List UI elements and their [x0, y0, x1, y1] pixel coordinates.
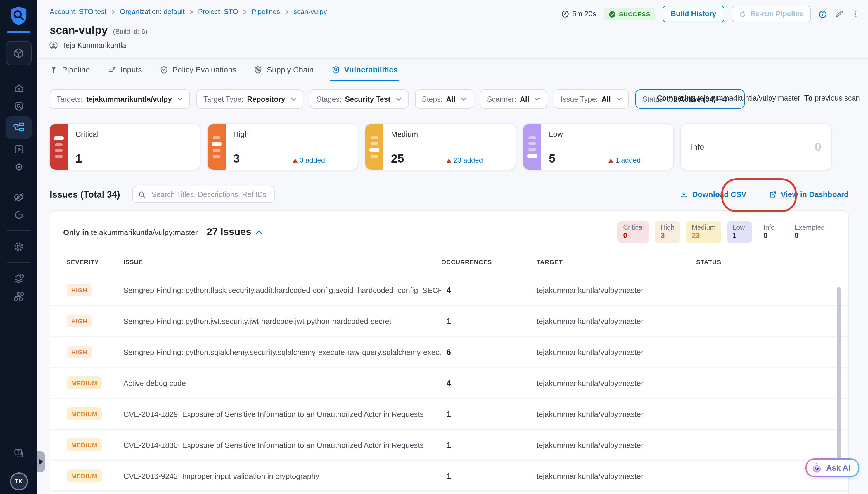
table-row[interactable]: HIGH Semgrep Finding: python.flask.secur…	[50, 276, 848, 305]
table-row-partial[interactable]: MEDIUM CVE-2017-11424: PyJWT... 1 tejaku…	[50, 491, 848, 494]
sidebar-expand-handle[interactable]	[37, 451, 45, 472]
breadcrumb-project[interactable]: Project: STO	[198, 7, 238, 16]
table-row[interactable]: MEDIUM CVE-2016-9243: Improper input val…	[50, 459, 848, 491]
sidebar-item-project-settings[interactable]	[6, 238, 32, 255]
filter-targets[interactable]: Targets:tejakummarikuntla/vulpy	[50, 90, 190, 109]
more-options-button[interactable]	[852, 10, 860, 19]
filters-row: Targets:tejakummarikuntla/vulpy Target T…	[50, 90, 745, 109]
chip-info[interactable]: Info0	[757, 221, 783, 243]
severity-card-critical[interactable]: Critical 1	[50, 124, 200, 170]
search-icon	[138, 190, 147, 198]
edit-pipeline-button[interactable]	[835, 10, 844, 19]
col-status: STATUS	[696, 259, 848, 265]
table-row[interactable]: HIGH Semgrep Finding: python.sqlalchemy.…	[50, 336, 848, 366]
breadcrumb-account[interactable]: Account: STO test	[50, 7, 107, 16]
chip-high[interactable]: High3	[655, 221, 681, 243]
chip-medium[interactable]: Medium23	[686, 221, 721, 243]
target-name: tejakummarikuntla/vulpy:master	[537, 472, 696, 480]
help-chat-button[interactable]: ?	[13, 447, 25, 459]
breadcrumb-org[interactable]: Organization: default	[120, 7, 185, 16]
rerun-info-button[interactable]	[818, 10, 827, 18]
app-root: ? TK Account: STO test Organization: def…	[0, 0, 868, 494]
severity-badge: MEDIUM	[66, 377, 102, 390]
tab-vulnerabilities[interactable]: Vulnerabilities	[331, 59, 398, 81]
table-row[interactable]: MEDIUM CVE-2014-1829: Exposure of Sensit…	[50, 398, 848, 429]
col-severity: SEVERITY	[66, 259, 123, 265]
tab-policy-evaluations[interactable]: Policy Evaluations	[159, 59, 236, 81]
tab-pipeline[interactable]: Pipeline	[50, 59, 90, 81]
table-row[interactable]: HIGH Semgrep Finding: python.jwt.securit…	[50, 305, 848, 336]
sidebar-item-targets[interactable]	[6, 158, 32, 175]
target-name: tejakummarikuntla/vulpy:master	[537, 286, 696, 294]
chip-low[interactable]: Low1	[727, 221, 752, 243]
card-count: 5	[549, 153, 555, 164]
sidebar-item-hidden-issues[interactable]	[6, 188, 32, 206]
sidebar-item-executions[interactable]	[6, 140, 32, 158]
vertical-scrollbar[interactable]	[837, 287, 841, 470]
chip-divider	[786, 221, 786, 243]
filter-scanner[interactable]: Scanner:All	[480, 90, 547, 109]
build-history-button[interactable]: Build History	[662, 6, 725, 22]
user-icon	[49, 41, 58, 50]
user-avatar[interactable]: TK	[9, 472, 28, 491]
col-issue: ISSUE	[123, 259, 441, 265]
sidebar-item-home[interactable]	[6, 79, 32, 97]
low-gauge-icon	[523, 124, 541, 170]
tab-supply-chain[interactable]: Supply Chain	[254, 59, 314, 81]
added-link[interactable]: 23 added	[447, 156, 483, 164]
harness-sto-logo-icon[interactable]	[9, 6, 28, 26]
table-row[interactable]: MEDIUM Active debug code 4 tejakummariku…	[50, 366, 848, 398]
sidebar-item-default-settings[interactable]	[6, 270, 32, 288]
card-count: 25	[391, 153, 404, 164]
table-header: SEVERITY ISSUE OCCURRENCES TARGET STATUS	[50, 259, 848, 265]
ask-ai-button[interactable]: Ask AI	[806, 458, 859, 477]
shield-chain-icon	[254, 65, 263, 74]
chip-critical[interactable]: Critical0	[617, 221, 650, 243]
filter-stages[interactable]: Stages:Security Test	[310, 90, 409, 109]
tab-bar: Pipeline Inputs Policy Evaluations Suppl…	[37, 58, 868, 81]
col-occurrences: OCCURRENCES	[441, 259, 537, 265]
severity-card-high[interactable]: High 3 3 added	[208, 124, 358, 170]
severity-card-medium[interactable]: Medium 25 23 added	[365, 124, 516, 170]
check-circle-icon	[609, 10, 616, 18]
gear-icon	[13, 241, 24, 252]
occurrences-count: 1	[441, 410, 537, 418]
filter-target-type[interactable]: Target Type:Repository	[196, 90, 303, 109]
tab-inputs[interactable]: Inputs	[108, 59, 142, 81]
added-link[interactable]: 3 added	[292, 156, 325, 164]
severity-card-info[interactable]: Info 0	[681, 124, 831, 170]
sidebar-item-getting-started[interactable]	[6, 206, 32, 223]
target-icon	[13, 161, 24, 172]
table-row[interactable]: MEDIUM CVE-2014-1830: Exposure of Sensit…	[50, 429, 848, 459]
sidebar: ? TK	[0, 0, 37, 494]
severity-badge: MEDIUM	[66, 438, 102, 451]
card-count: 3	[233, 153, 240, 164]
severity-card-low[interactable]: Low 5 1 added	[523, 124, 673, 170]
breadcrumb-pipelines[interactable]: Pipelines	[252, 7, 280, 16]
view-in-dashboard-button[interactable]: View in Dashboard	[769, 190, 849, 199]
shield-search-icon	[13, 100, 24, 111]
rerun-pipeline-button[interactable]: Re-run Pipeline	[732, 6, 811, 22]
module-selector-button[interactable]	[6, 41, 32, 65]
chevron-right-icon	[111, 9, 116, 14]
pencil-icon	[835, 10, 844, 19]
layers-gear-icon	[13, 273, 24, 285]
sidebar-item-pipelines[interactable]	[6, 116, 32, 138]
issue-title: Semgrep Finding: python.sqlalchemy.secur…	[123, 347, 441, 356]
sidebar-item-sto[interactable]	[6, 97, 32, 115]
group-scope-label: Only in tejakummarikuntla/vulpy:master	[63, 228, 198, 236]
info-icon	[818, 10, 827, 18]
search-input[interactable]	[151, 190, 269, 199]
issues-search[interactable]	[132, 186, 275, 203]
breadcrumb-current[interactable]: scan-vulpy	[293, 7, 327, 16]
sidebar-item-account-settings[interactable]	[6, 288, 32, 305]
clock-icon	[561, 10, 569, 18]
download-csv-button[interactable]: Download CSV	[680, 190, 747, 199]
added-link[interactable]: 1 added	[608, 156, 641, 164]
filter-issue-type[interactable]: Issue Type:All	[554, 90, 629, 109]
group-issue-count[interactable]: 27 Issues	[207, 226, 263, 238]
breadcrumb: Account: STO test Organization: default …	[50, 7, 327, 16]
filter-steps[interactable]: Steps:All	[415, 90, 474, 109]
chip-exempted[interactable]: Exempted0	[789, 221, 831, 243]
occurrences-count: 4	[441, 286, 537, 294]
